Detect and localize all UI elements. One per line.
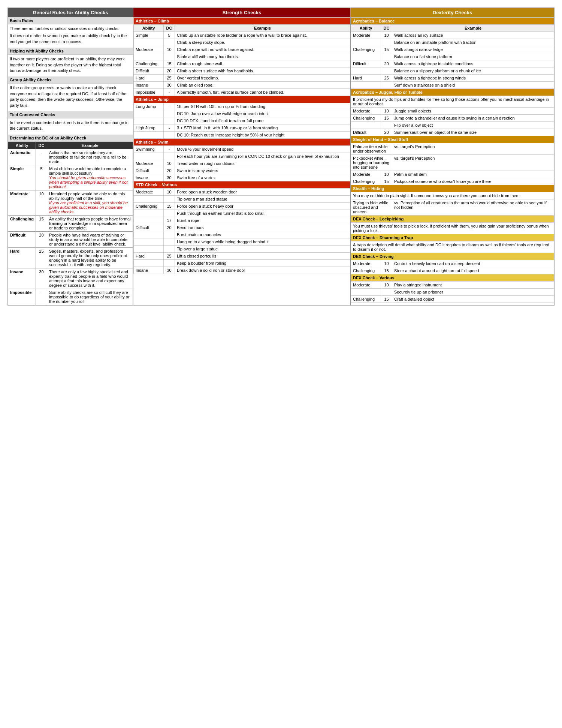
table-row: Pickpocket while hugging or bumping into… bbox=[351, 155, 554, 171]
dc-cell: 20 bbox=[36, 231, 47, 247]
example-cell: An ability that requires people to have … bbox=[47, 215, 133, 231]
table-row: Challenging 15 An ability that requires … bbox=[8, 215, 133, 231]
driving-header: DEX Check – Driving bbox=[351, 253, 554, 260]
section-header-row: Athletics – Swim bbox=[134, 139, 350, 146]
table-row: High Jump - 3 + STR Mod. In ft. with 10f… bbox=[134, 124, 350, 132]
table-row: Moderate 10 Play a stringed instrument bbox=[351, 282, 554, 289]
table-row: Challenging 15 Steer a chariot around a … bbox=[351, 267, 554, 274]
table-row: You may not hide in plain sight. If some… bbox=[351, 192, 554, 199]
dc-cell: - bbox=[36, 149, 47, 165]
ability-cell: Challenging bbox=[8, 215, 36, 231]
group-body: If the entire group needs or wants to ma… bbox=[8, 84, 133, 111]
table-row: Moderate 10 Walk across an icy surface bbox=[351, 32, 554, 39]
helping-title: Helping with Ability Checks bbox=[8, 48, 133, 55]
mid-col-header: Strength Checks bbox=[133, 8, 350, 17]
example-cell: Sages, masters, experts, and professors … bbox=[47, 247, 133, 268]
table-row: Automatic - Actions that are so simple t… bbox=[8, 149, 133, 165]
section-header-row: Acrobatics – Juggle, Flip or Tumble bbox=[351, 89, 554, 96]
juggle-header: Acrobatics – Juggle, Flip or Tumble bbox=[351, 89, 554, 96]
table-row: Climb a steep rocky slope. bbox=[134, 39, 350, 46]
dc-cell: - bbox=[36, 289, 47, 305]
dexterity-table: Acrobatics – Balance Ability DC Example … bbox=[351, 17, 554, 303]
table-row: Impossible - Some ability checks are so … bbox=[8, 289, 133, 305]
example-cell: Untrained people would be able to do thi… bbox=[47, 190, 133, 215]
table-row: Moderate 10 Control a heavily laden cart… bbox=[351, 260, 554, 267]
table-row: Hang on to a wagon while being dragged b… bbox=[134, 238, 350, 246]
example-cell: Most children would be able to complete … bbox=[47, 165, 133, 190]
table-row: Trying to hide while obscured and unseen… bbox=[351, 199, 554, 216]
example-cell: There are only a few highly specialized … bbox=[47, 268, 133, 289]
table-row: Simple 5 Most children would be able to … bbox=[8, 165, 133, 190]
example-col-header: Example bbox=[47, 142, 133, 149]
helping-body: If two or more players are proficient in… bbox=[8, 55, 133, 76]
table-row: DC 10 DEX: Land in difficult terrain or … bbox=[134, 117, 350, 124]
stealth-header: Stealth – Hiding bbox=[351, 185, 554, 192]
table-row: Scale a cliff with many handholds. bbox=[134, 53, 350, 60]
left-col-header: General Rules for Ability Checks bbox=[8, 8, 133, 17]
dc-cell: 5 bbox=[36, 165, 47, 190]
ability-cell: Impossible bbox=[8, 289, 36, 305]
section-header-row: Athletics – Jump bbox=[134, 96, 350, 103]
table-row: Balance on an unstable platform with tra… bbox=[351, 39, 554, 46]
table-row: Keep a boulder from rolling bbox=[134, 260, 350, 267]
table-row: Balance on a flat stone platform bbox=[351, 53, 554, 60]
table-row: Challenging 15 Climb a rough stone wall. bbox=[134, 60, 350, 67]
table-row: Challenging 15 Pickpocket someone who do… bbox=[351, 178, 554, 185]
table-row: Challenging 15 Jump onto a chandelier an… bbox=[351, 115, 554, 122]
table-row: Moderate 10 Force open a stuck wooden do… bbox=[134, 189, 350, 196]
athletics-climb-header: Athletics – Climb bbox=[134, 18, 350, 25]
section-header-row: DEX Check – Various bbox=[351, 274, 554, 282]
dc-cell: 10 bbox=[36, 190, 47, 215]
basic-rules-body: There are no fumbles or critical success… bbox=[8, 24, 133, 48]
table-row: Hard 25 Over vertical freeclimb. bbox=[134, 75, 350, 82]
table-row: Surf down a staircase on a shield bbox=[351, 82, 554, 89]
group-title: Group Ability Checks bbox=[8, 76, 133, 84]
table-row: Challenging 15 Force open a stuck heavy … bbox=[134, 203, 350, 210]
example-header: Example bbox=[175, 25, 350, 32]
table-row: DC 10: Reach out to Increase height by 5… bbox=[134, 132, 350, 139]
table-row: A traps description will detail what abi… bbox=[351, 241, 554, 253]
section-header-row: Stealth – Hiding bbox=[351, 185, 554, 192]
table-row: Long Jump - 1ft. per STR with 10ft. run-… bbox=[134, 103, 350, 110]
tied-title: Tied Contested Checks bbox=[8, 111, 133, 118]
middle-column: Strength Checks Athletics – Climb Abilit… bbox=[133, 8, 351, 305]
table-row: Balance on a slippery platform or a chun… bbox=[351, 67, 554, 75]
ability-cell: Simple bbox=[8, 165, 36, 190]
table-row: Tip over a man sized statue bbox=[134, 196, 350, 203]
table-row: Insane 30 Climb an oiled rope. bbox=[134, 82, 350, 89]
table-row: Moderate 10 Palm a small item bbox=[351, 171, 554, 178]
dc-col-header: DC bbox=[36, 142, 47, 149]
disarming-header: DEX Check – Disarming a Trap bbox=[351, 234, 554, 241]
example-cell: Actions that are so simple they are impo… bbox=[47, 149, 133, 165]
table-row: Difficult 20 Walk across a tightrope in … bbox=[351, 60, 554, 67]
dc-header: DC bbox=[164, 25, 175, 32]
table-row: Push through an earthen tunnel that is t… bbox=[134, 210, 350, 217]
sleight-header: Sleight of Hand – Steal Stuff bbox=[351, 136, 554, 143]
right-col-header: Dexterity Checks bbox=[351, 8, 554, 17]
ability-cell: Moderate bbox=[8, 190, 36, 215]
table-row: Moderate 10 Juggle small objects bbox=[351, 108, 554, 115]
table-row: Hard 25 Lift a closed portcullis bbox=[134, 253, 350, 260]
table-row: Difficult 20 Climb a sheer surface with … bbox=[134, 67, 350, 75]
dc-cell: 15 bbox=[36, 215, 47, 231]
ability-cell: Insane bbox=[8, 268, 36, 289]
table-row: Securely tie up an prisoner bbox=[351, 289, 554, 296]
section-header-row: DEX Check – Lockpicking bbox=[351, 216, 554, 223]
ability-col-header: Ability bbox=[8, 142, 36, 149]
section-header-row: Sleight of Hand – Steal Stuff bbox=[351, 136, 554, 143]
table-row: DC 10: Jump over a low wall/hedge or cra… bbox=[134, 110, 350, 117]
determining-dc-title: Determining the DC of an Ability Check bbox=[8, 135, 133, 142]
athletics-jump-header: Athletics – Jump bbox=[134, 96, 350, 103]
section-header-row: DEX Check – Disarming a Trap bbox=[351, 234, 554, 241]
example-cell: Some ability checks are so difficult the… bbox=[47, 289, 133, 305]
ability-cell: Automatic bbox=[8, 149, 36, 165]
dc-cell: 30 bbox=[36, 268, 47, 289]
table-row: Difficult 20 Bend iron bars bbox=[134, 224, 350, 231]
table-row: Palm an item while under observation vs.… bbox=[351, 143, 554, 155]
table-row: Impossible - A perfectly smooth, flat, v… bbox=[134, 89, 350, 96]
table-row: Challenging 15 Craft a detailed object bbox=[351, 296, 554, 303]
strength-table: Athletics – Climb Ability DC Example Sim… bbox=[133, 17, 350, 274]
ability-cell: Hard bbox=[8, 247, 36, 268]
ability-header: Ability bbox=[134, 25, 164, 32]
tied-body: In the event a contested check ends in a… bbox=[8, 118, 133, 135]
